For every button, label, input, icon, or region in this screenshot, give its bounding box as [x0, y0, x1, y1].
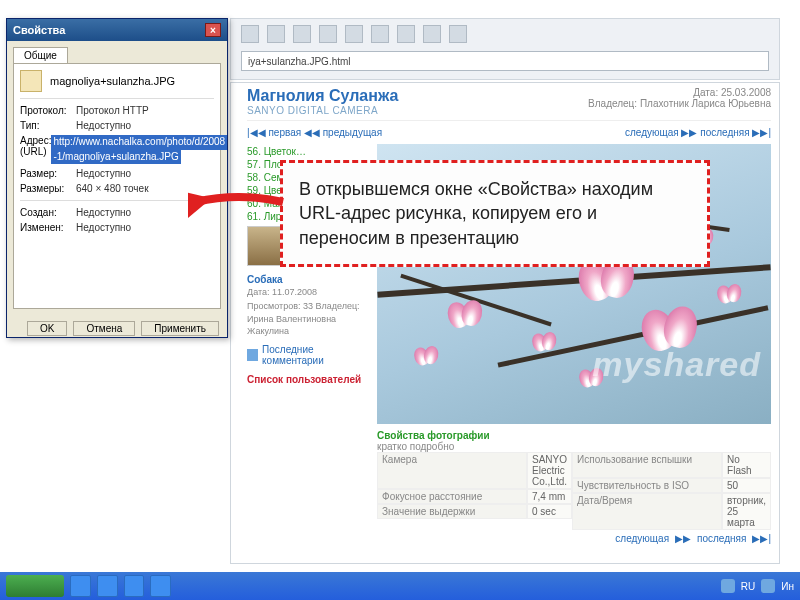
toolbar-icon[interactable] — [267, 25, 285, 43]
prop-val: 0 sec — [527, 504, 572, 519]
prop-key: Изменен: — [20, 222, 76, 233]
nav-next[interactable]: следующая — [615, 533, 669, 544]
nav-last[interactable]: последняя — [700, 127, 749, 138]
lang-indicator[interactable]: RU — [741, 581, 755, 592]
toolbar-icon[interactable] — [345, 25, 363, 43]
prop-key: Адрес: (URL) — [20, 135, 51, 164]
nav-first[interactable]: первая — [268, 127, 301, 138]
apply-button[interactable]: Применить — [141, 321, 219, 336]
watermark: myshared — [592, 345, 761, 384]
file-icon — [20, 70, 42, 92]
album-meta: Ирина Валентиновна Жакулина — [247, 314, 369, 337]
toolbar-icon[interactable] — [371, 25, 389, 43]
prop-key: Протокол: — [20, 105, 76, 116]
prop-key: Фокусное расстояние — [377, 489, 527, 504]
instruction-callout: В открывшемся окне «Свойства» находим UR… — [280, 160, 710, 267]
nav-last-icon[interactable]: ▶▶| — [752, 533, 771, 544]
taskbar-item[interactable] — [150, 575, 171, 597]
dialog-titlebar[interactable]: Свойства × — [7, 19, 227, 41]
taskbar-item[interactable] — [97, 575, 118, 597]
prop-key: Создан: — [20, 207, 76, 218]
album-title[interactable]: Собака — [247, 274, 369, 285]
nav-next-icon[interactable]: ▶▶ — [675, 533, 691, 544]
prop-val: 7,4 mm — [527, 489, 572, 504]
users-list-header[interactable]: Список пользователей — [247, 374, 369, 385]
taskbar[interactable]: RU Ин — [0, 572, 800, 600]
props-header: Свойства фотографии — [377, 430, 490, 441]
prop-val: Недоступно — [76, 168, 214, 179]
tab-general[interactable]: Общие — [13, 47, 68, 63]
filename: magnoliya+sulanzha.JPG — [50, 75, 175, 87]
taskbar-item[interactable] — [124, 575, 145, 597]
page-subtitle: SANYO DIGITAL CAMERA — [247, 105, 398, 116]
list-item[interactable]: 56. Цветок… — [247, 146, 369, 157]
prop-key: Использование вспышки — [572, 452, 722, 478]
start-button[interactable] — [6, 575, 64, 597]
properties-dialog: Свойства × Общие magnoliya+sulanzha.JPG … — [6, 18, 228, 338]
prop-val: No Flash — [722, 452, 771, 478]
tray-icon[interactable] — [721, 579, 735, 593]
prop-key: Значение выдержки — [377, 504, 527, 519]
cancel-button[interactable]: Отмена — [73, 321, 135, 336]
recent-comments-link[interactable]: Последние комментарии — [247, 344, 369, 366]
meta-date: Дата: 25.03.2008 — [588, 87, 771, 98]
toolbar-icon[interactable] — [423, 25, 441, 43]
meta-owner: Владелец: Плахотник Лариса Юрьевна — [588, 98, 771, 109]
webpage: Магнолия Суланжа SANYO DIGITAL CAMERA Да… — [230, 82, 780, 564]
browser-toolbar: iya+sulanzha.JPG.html — [230, 18, 780, 80]
nav-last-icon[interactable]: ▶▶| — [752, 127, 771, 138]
album-meta: Дата: 11.07.2008 — [247, 287, 369, 299]
prop-key: Тип: — [20, 120, 76, 131]
prop-key: Камера — [377, 452, 527, 489]
comment-icon — [247, 349, 258, 361]
tray-label[interactable]: Ин — [781, 581, 794, 592]
toolbar-icon[interactable] — [397, 25, 415, 43]
prop-val: Недоступно — [76, 120, 214, 131]
tray-icon[interactable] — [761, 579, 775, 593]
prop-val: SANYO Electric Co.,Ltd. — [527, 452, 572, 489]
prop-key: Размер: — [20, 168, 76, 179]
nav-prev-icon[interactable]: ◀◀ — [304, 127, 320, 138]
ok-button[interactable]: OK — [27, 321, 67, 336]
nav-next[interactable]: следующая — [625, 127, 679, 138]
nav-last[interactable]: последняя — [697, 533, 746, 544]
dialog-title: Свойства — [13, 24, 65, 36]
album-meta: Просмотров: 33 Владелец: — [247, 301, 369, 313]
toolbar-icon[interactable] — [241, 25, 259, 43]
prop-val: Недоступно — [76, 222, 214, 233]
toolbar-icon[interactable] — [449, 25, 467, 43]
props-sub[interactable]: кратко подробно — [377, 441, 771, 452]
page-title: Магнолия Суланжа — [247, 87, 398, 105]
close-icon[interactable]: × — [205, 23, 221, 37]
address-bar[interactable]: iya+sulanzha.JPG.html — [241, 51, 769, 71]
toolbar-icon[interactable] — [293, 25, 311, 43]
nav-next-icon[interactable]: ▶▶ — [681, 127, 697, 138]
prop-url[interactable]: http://www.nachalka.com/photo/d/2008 -1/… — [51, 135, 227, 164]
prop-key: Дата/Время — [572, 493, 722, 530]
prop-val: Протокол HTTP — [76, 105, 214, 116]
prop-val: 50 — [722, 478, 771, 493]
nav-first-icon[interactable]: |◀◀ — [247, 127, 266, 138]
prop-key: Размеры: — [20, 183, 76, 194]
prop-val: вторник, 25 марта — [722, 493, 771, 530]
prop-key: Чувствительность в ISO — [572, 478, 722, 493]
taskbar-item[interactable] — [70, 575, 91, 597]
toolbar-icon[interactable] — [319, 25, 337, 43]
annotation-arrow — [188, 182, 288, 222]
nav-prev[interactable]: предыдущая — [323, 127, 382, 138]
